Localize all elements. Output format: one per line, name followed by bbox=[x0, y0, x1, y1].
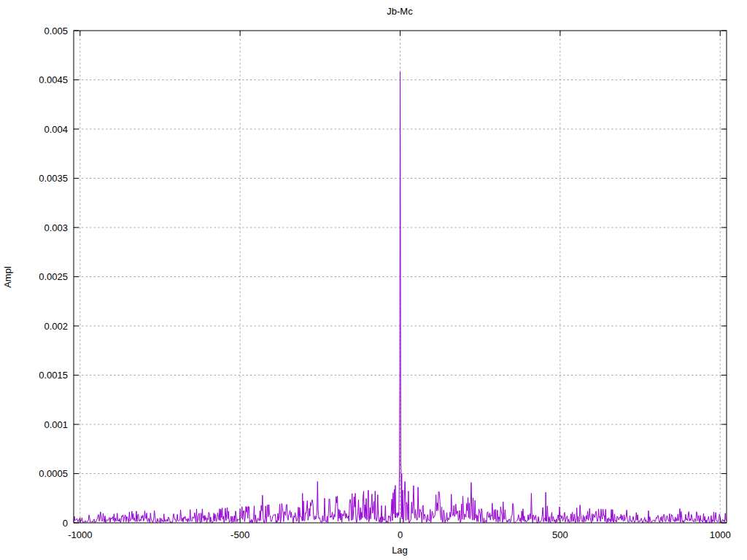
y-tick-label: 0.003 bbox=[44, 222, 68, 233]
chart-title: Jb-Mc bbox=[387, 6, 413, 17]
data-layer bbox=[74, 72, 727, 523]
x-tick-label: -500 bbox=[231, 529, 249, 540]
tick-label-layer: -1000-5000500100000.00050.0010.00150.002… bbox=[39, 26, 730, 541]
x-axis-label: Lag bbox=[392, 545, 408, 556]
y-tick-label: 0.0035 bbox=[39, 173, 68, 184]
x-tick-label: -1000 bbox=[68, 529, 92, 540]
y-tick-label: 0.0015 bbox=[39, 370, 68, 381]
y-tick-label: 0.004 bbox=[44, 124, 68, 135]
x-tick-label: 500 bbox=[552, 529, 568, 540]
y-tick-label: 0.0025 bbox=[39, 271, 68, 282]
y-tick-label: 0.0045 bbox=[39, 74, 68, 85]
y-tick-label: 0.002 bbox=[44, 321, 68, 332]
y-tick-label: 0.0005 bbox=[39, 468, 68, 479]
y-tick-label: 0.005 bbox=[44, 26, 68, 36]
x-tick-label: 1000 bbox=[710, 529, 731, 540]
y-axis-label: Ampl bbox=[2, 266, 13, 288]
x-tick-label: 0 bbox=[398, 529, 403, 540]
y-tick-label: 0.001 bbox=[44, 419, 68, 430]
correlation-chart-figure: -1000-5000500100000.00050.0010.00150.002… bbox=[0, 0, 747, 560]
series-line-jb-mc bbox=[74, 72, 727, 523]
correlation-plot: -1000-5000500100000.00050.0010.00150.002… bbox=[0, 0, 747, 560]
y-tick-label: 0 bbox=[63, 518, 68, 529]
